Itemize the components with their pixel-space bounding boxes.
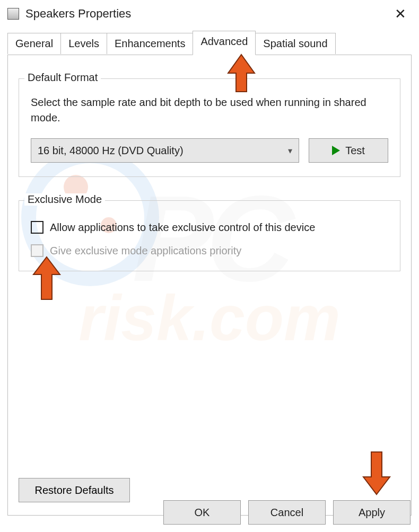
cancel-button[interactable]: Cancel (248, 500, 326, 525)
allow-exclusive-row[interactable]: Allow applications to take exclusive con… (31, 221, 388, 234)
priority-label: Give exclusive mode applications priorit… (50, 245, 241, 257)
tab-levels[interactable]: Levels (60, 33, 107, 54)
close-button[interactable]: ✕ (389, 6, 412, 22)
group-default-format: Default Format Select the sample rate an… (19, 78, 400, 177)
cancel-label: Cancel (270, 507, 303, 519)
group-title-default-format: Default Format (24, 72, 101, 84)
group-exclusive-mode: Exclusive Mode Allow applications to tak… (19, 200, 400, 271)
tab-panel-advanced: Default Format Select the sample rate an… (7, 55, 412, 516)
allow-exclusive-checkbox[interactable] (31, 221, 43, 234)
ok-label: OK (195, 507, 210, 519)
chevron-down-icon: ▾ (288, 146, 292, 156)
priority-row: Give exclusive mode applications priorit… (31, 244, 388, 257)
dialog-footer: OK Cancel Apply (0, 493, 419, 532)
allow-exclusive-label: Allow applications to take exclusive con… (50, 221, 315, 234)
group-title-exclusive-mode: Exclusive Mode (24, 193, 105, 206)
tab-spatial[interactable]: Spatial sound (255, 33, 335, 54)
play-icon (332, 146, 340, 155)
test-button-label: Test (345, 145, 365, 157)
speaker-icon (7, 8, 19, 20)
tabs: General Levels Enhancements Advanced Spa… (0, 31, 419, 55)
test-button[interactable]: Test (309, 138, 388, 163)
priority-checkbox (31, 244, 43, 257)
titlebar: Speakers Properties ✕ (0, 0, 419, 31)
apply-button[interactable]: Apply (333, 500, 411, 525)
default-format-description: Select the sample rate and bit depth to … (31, 95, 388, 126)
sample-rate-dropdown[interactable]: 16 bit, 48000 Hz (DVD Quality) ▾ (31, 138, 299, 163)
apply-label: Apply (359, 507, 385, 519)
window-title: Speakers Properties (25, 7, 389, 21)
tab-enhancements[interactable]: Enhancements (107, 33, 193, 54)
sample-rate-value: 16 bit, 48000 Hz (DVD Quality) (38, 145, 184, 157)
ok-button[interactable]: OK (163, 500, 241, 525)
tab-advanced[interactable]: Advanced (193, 31, 256, 55)
tab-general[interactable]: General (7, 33, 61, 54)
